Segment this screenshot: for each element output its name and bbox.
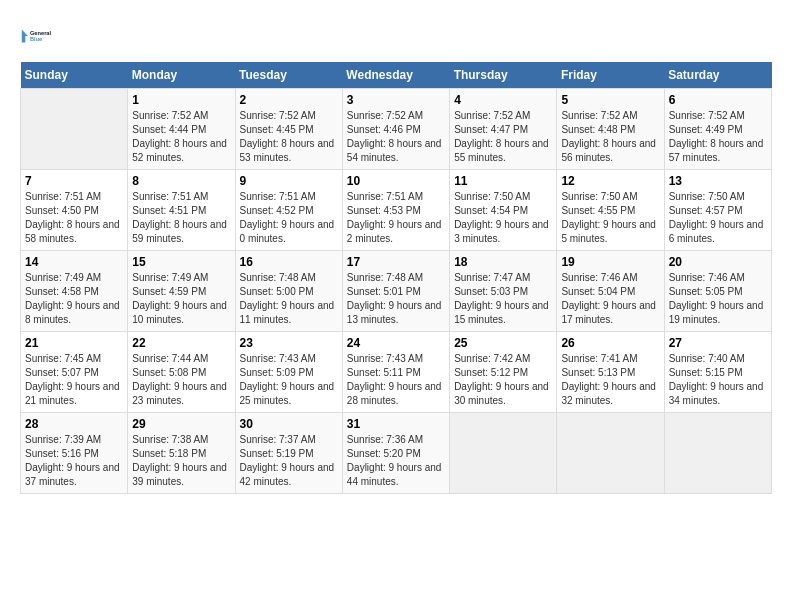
day-info: Sunrise: 7:50 AMSunset: 4:54 PMDaylight:… [454,190,552,246]
day-info: Sunrise: 7:50 AMSunset: 4:57 PMDaylight:… [669,190,767,246]
day-info: Sunrise: 7:52 AMSunset: 4:45 PMDaylight:… [240,109,338,165]
day-cell: 7Sunrise: 7:51 AMSunset: 4:50 PMDaylight… [21,170,128,251]
day-number: 17 [347,255,445,269]
day-info: Sunrise: 7:42 AMSunset: 5:12 PMDaylight:… [454,352,552,408]
day-info: Sunrise: 7:39 AMSunset: 5:16 PMDaylight:… [25,433,123,489]
day-number: 12 [561,174,659,188]
svg-text:General: General [30,30,52,36]
day-cell [664,413,771,494]
day-cell: 27Sunrise: 7:40 AMSunset: 5:15 PMDayligh… [664,332,771,413]
day-number: 31 [347,417,445,431]
day-cell: 31Sunrise: 7:36 AMSunset: 5:20 PMDayligh… [342,413,449,494]
day-cell: 2Sunrise: 7:52 AMSunset: 4:45 PMDaylight… [235,89,342,170]
day-info: Sunrise: 7:51 AMSunset: 4:51 PMDaylight:… [132,190,230,246]
day-number: 8 [132,174,230,188]
day-cell: 24Sunrise: 7:43 AMSunset: 5:11 PMDayligh… [342,332,449,413]
day-number: 27 [669,336,767,350]
header-cell-thursday: Thursday [450,62,557,89]
day-number: 15 [132,255,230,269]
day-info: Sunrise: 7:51 AMSunset: 4:52 PMDaylight:… [240,190,338,246]
day-info: Sunrise: 7:51 AMSunset: 4:50 PMDaylight:… [25,190,123,246]
day-cell [450,413,557,494]
day-number: 7 [25,174,123,188]
day-cell: 8Sunrise: 7:51 AMSunset: 4:51 PMDaylight… [128,170,235,251]
day-info: Sunrise: 7:38 AMSunset: 5:18 PMDaylight:… [132,433,230,489]
day-info: Sunrise: 7:52 AMSunset: 4:46 PMDaylight:… [347,109,445,165]
day-info: Sunrise: 7:46 AMSunset: 5:05 PMDaylight:… [669,271,767,327]
day-number: 2 [240,93,338,107]
day-info: Sunrise: 7:43 AMSunset: 5:09 PMDaylight:… [240,352,338,408]
day-number: 23 [240,336,338,350]
day-info: Sunrise: 7:45 AMSunset: 5:07 PMDaylight:… [25,352,123,408]
day-number: 21 [25,336,123,350]
day-cell: 10Sunrise: 7:51 AMSunset: 4:53 PMDayligh… [342,170,449,251]
day-cell: 29Sunrise: 7:38 AMSunset: 5:18 PMDayligh… [128,413,235,494]
day-number: 29 [132,417,230,431]
header-cell-monday: Monday [128,62,235,89]
day-number: 1 [132,93,230,107]
header-cell-tuesday: Tuesday [235,62,342,89]
day-info: Sunrise: 7:49 AMSunset: 4:58 PMDaylight:… [25,271,123,327]
day-info: Sunrise: 7:52 AMSunset: 4:44 PMDaylight:… [132,109,230,165]
logo-icon: GeneralBlue [20,20,52,52]
header-cell-sunday: Sunday [21,62,128,89]
day-info: Sunrise: 7:46 AMSunset: 5:04 PMDaylight:… [561,271,659,327]
day-cell: 11Sunrise: 7:50 AMSunset: 4:54 PMDayligh… [450,170,557,251]
day-cell: 25Sunrise: 7:42 AMSunset: 5:12 PMDayligh… [450,332,557,413]
day-number: 11 [454,174,552,188]
day-info: Sunrise: 7:47 AMSunset: 5:03 PMDaylight:… [454,271,552,327]
day-info: Sunrise: 7:52 AMSunset: 4:48 PMDaylight:… [561,109,659,165]
day-cell: 16Sunrise: 7:48 AMSunset: 5:00 PMDayligh… [235,251,342,332]
day-number: 28 [25,417,123,431]
day-cell: 15Sunrise: 7:49 AMSunset: 4:59 PMDayligh… [128,251,235,332]
day-number: 5 [561,93,659,107]
day-number: 13 [669,174,767,188]
day-number: 16 [240,255,338,269]
calendar-body: 1Sunrise: 7:52 AMSunset: 4:44 PMDaylight… [21,89,772,494]
day-number: 10 [347,174,445,188]
week-row-4: 21Sunrise: 7:45 AMSunset: 5:07 PMDayligh… [21,332,772,413]
day-info: Sunrise: 7:50 AMSunset: 4:55 PMDaylight:… [561,190,659,246]
day-info: Sunrise: 7:40 AMSunset: 5:15 PMDaylight:… [669,352,767,408]
page-header: GeneralBlue [20,20,772,52]
day-cell: 18Sunrise: 7:47 AMSunset: 5:03 PMDayligh… [450,251,557,332]
day-cell: 28Sunrise: 7:39 AMSunset: 5:16 PMDayligh… [21,413,128,494]
day-info: Sunrise: 7:48 AMSunset: 5:01 PMDaylight:… [347,271,445,327]
day-info: Sunrise: 7:48 AMSunset: 5:00 PMDaylight:… [240,271,338,327]
day-cell: 23Sunrise: 7:43 AMSunset: 5:09 PMDayligh… [235,332,342,413]
day-cell: 26Sunrise: 7:41 AMSunset: 5:13 PMDayligh… [557,332,664,413]
day-cell: 4Sunrise: 7:52 AMSunset: 4:47 PMDaylight… [450,89,557,170]
day-number: 18 [454,255,552,269]
day-info: Sunrise: 7:36 AMSunset: 5:20 PMDaylight:… [347,433,445,489]
day-info: Sunrise: 7:49 AMSunset: 4:59 PMDaylight:… [132,271,230,327]
day-cell [557,413,664,494]
week-row-2: 7Sunrise: 7:51 AMSunset: 4:50 PMDaylight… [21,170,772,251]
day-cell [21,89,128,170]
day-cell: 22Sunrise: 7:44 AMSunset: 5:08 PMDayligh… [128,332,235,413]
day-number: 6 [669,93,767,107]
day-info: Sunrise: 7:43 AMSunset: 5:11 PMDaylight:… [347,352,445,408]
day-cell: 19Sunrise: 7:46 AMSunset: 5:04 PMDayligh… [557,251,664,332]
day-number: 22 [132,336,230,350]
svg-text:Blue: Blue [30,36,42,42]
day-info: Sunrise: 7:52 AMSunset: 4:49 PMDaylight:… [669,109,767,165]
day-number: 14 [25,255,123,269]
day-info: Sunrise: 7:52 AMSunset: 4:47 PMDaylight:… [454,109,552,165]
header-cell-wednesday: Wednesday [342,62,449,89]
day-cell: 20Sunrise: 7:46 AMSunset: 5:05 PMDayligh… [664,251,771,332]
calendar-header: SundayMondayTuesdayWednesdayThursdayFrid… [21,62,772,89]
week-row-1: 1Sunrise: 7:52 AMSunset: 4:44 PMDaylight… [21,89,772,170]
day-cell: 30Sunrise: 7:37 AMSunset: 5:19 PMDayligh… [235,413,342,494]
day-number: 19 [561,255,659,269]
day-info: Sunrise: 7:37 AMSunset: 5:19 PMDaylight:… [240,433,338,489]
day-cell: 13Sunrise: 7:50 AMSunset: 4:57 PMDayligh… [664,170,771,251]
day-number: 4 [454,93,552,107]
logo: GeneralBlue [20,20,52,52]
day-number: 26 [561,336,659,350]
header-cell-friday: Friday [557,62,664,89]
day-number: 3 [347,93,445,107]
day-number: 9 [240,174,338,188]
day-info: Sunrise: 7:51 AMSunset: 4:53 PMDaylight:… [347,190,445,246]
week-row-3: 14Sunrise: 7:49 AMSunset: 4:58 PMDayligh… [21,251,772,332]
day-number: 30 [240,417,338,431]
